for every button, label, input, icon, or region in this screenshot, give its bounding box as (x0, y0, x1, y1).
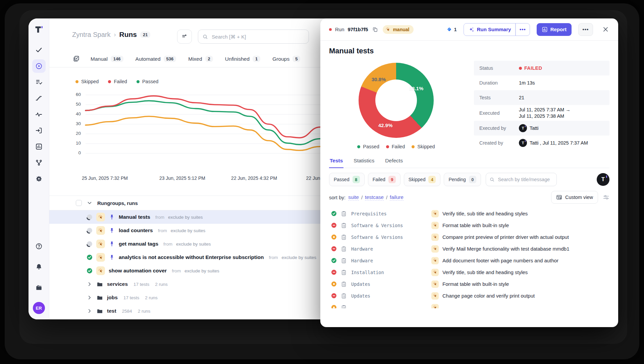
filter-chip-passed[interactable]: Passed8 (329, 173, 365, 186)
panel-search-input[interactable] (497, 176, 553, 183)
manual-test-badge (431, 245, 439, 253)
y-axis-tick: 0 (69, 150, 81, 155)
panel-tab-defects[interactable]: Defects (384, 158, 404, 168)
manual-run-badge (96, 240, 105, 248)
status-table-label: Executed (479, 110, 519, 116)
manual-run-badge (96, 226, 105, 235)
failed-status-icon (331, 269, 337, 275)
manual-test-badge (431, 280, 439, 288)
line-chart[interactable] (86, 92, 320, 159)
sidebar-item-settings-gear-icon[interactable] (32, 172, 46, 186)
tab-automated[interactable]: Automated536 (136, 56, 176, 62)
runs-count-badge: 21 (140, 32, 150, 38)
sort-link-failure[interactable]: failure (390, 194, 404, 201)
manual-test-badge (431, 233, 439, 241)
sidebar-item-pulse-activity-icon[interactable] (32, 108, 46, 121)
filter-chip-failed[interactable]: Failed9 (368, 173, 400, 186)
panel-more-button[interactable]: ••• (578, 23, 593, 36)
sidebar-item-plans-list-check-icon[interactable] (32, 75, 46, 89)
run-source-prefix: from (163, 242, 172, 247)
test-result-row[interactable] (329, 302, 609, 308)
app-logo-icon[interactable] (34, 24, 44, 35)
manual-cursor-icon (98, 268, 103, 273)
tab-manual[interactable]: Manual146 (91, 56, 123, 62)
testcase-clipboard-icon (341, 222, 347, 228)
y-axis-tick: 20 (69, 131, 81, 136)
pin-icon (109, 254, 115, 261)
test-result-row[interactable]: HardwareVerify Mail Merge functionality … (329, 243, 609, 255)
filter-chip-skipped[interactable]: Skipped4 (404, 173, 441, 186)
pin-icon (109, 214, 115, 220)
sparkles-icon (468, 27, 474, 33)
run-label: Run (335, 27, 344, 32)
run-row-title: get manual tags (119, 241, 158, 247)
test-title: Verify title, sub title and heading styl… (442, 211, 609, 216)
run-source-prefix: from (158, 228, 167, 233)
folder-icon (96, 308, 103, 315)
results-donut-chart[interactable]: 38.1%42.9%30.8% (359, 63, 434, 138)
test-result-row[interactable]: UpdatesChange page color and verify prin… (329, 290, 609, 302)
run-source-prefix: from (155, 215, 164, 220)
sidebar: ER (29, 18, 49, 319)
run-details-panel: Run 97f1b7f5 manual 1 Run Summary ••• (320, 18, 618, 327)
main-search-input[interactable] (211, 34, 305, 40)
sidebar-item-steps-stairs-icon[interactable] (32, 92, 46, 105)
test-result-row[interactable]: Software & VersionsCompare print preview… (329, 231, 609, 243)
test-result-row[interactable]: HardwareAdd document footer with page nu… (329, 255, 609, 266)
sidebar-item-results-check-icon[interactable] (32, 43, 46, 57)
sidebar-item-import-signin-icon[interactable] (32, 124, 46, 137)
run-summary-split-button[interactable]: Run Summary ••• (464, 23, 530, 36)
status-table-label: Created by (479, 140, 519, 146)
breadcrumb-project[interactable]: Zyntra Spark (72, 31, 110, 39)
filter-chip-pending[interactable]: Pending0 (444, 173, 481, 186)
tab-count-badge: 536 (164, 56, 176, 62)
sidebar-item-runs-play-icon[interactable] (32, 59, 46, 73)
sort-link-suite[interactable]: suite (348, 194, 359, 201)
in-progress-status-icon (87, 227, 93, 233)
manual-cursor-icon (433, 305, 437, 308)
close-panel-button[interactable] (600, 26, 611, 33)
custom-view-button[interactable]: Custom view (551, 191, 598, 204)
projects-folder-icon[interactable] (32, 281, 46, 295)
donut-label-skipped: 30.8% (372, 76, 386, 82)
tab-unfinished[interactable]: Unfinished1 (225, 56, 260, 62)
display-settings-icon[interactable] (603, 194, 609, 201)
panel-search[interactable] (486, 173, 557, 186)
y-axis-tick: 10 (69, 141, 81, 146)
run-summary-more-button[interactable]: ••• (516, 27, 530, 32)
report-button[interactable]: Report (537, 23, 572, 36)
breadcrumb-separator: › (114, 31, 116, 38)
test-result-row[interactable]: PrerequisitesVerify title, sub title and… (329, 208, 609, 219)
sidebar-item-branches-git-icon[interactable] (32, 156, 46, 169)
user-avatar[interactable]: ER (33, 302, 45, 314)
testcase-clipboard-icon (341, 211, 347, 217)
y-axis-tick: 50 (69, 102, 81, 107)
chevron-down-icon[interactable] (87, 200, 93, 206)
sort-link-testcase[interactable]: testcase (365, 194, 384, 201)
skipped-status-icon (331, 281, 337, 287)
chart-legend: SkippedFailedPassed (75, 79, 158, 84)
copy-run-id-button[interactable] (371, 26, 379, 33)
main-search[interactable] (198, 30, 309, 44)
test-result-row[interactable]: Software & VersionsFormat table with bui… (329, 219, 609, 231)
tab-mixed[interactable]: Mixed2 (188, 56, 213, 62)
series-skipped (86, 116, 320, 151)
test-result-row[interactable]: InstallationVerify title, sub title and … (329, 266, 609, 278)
panel-tab-statistics[interactable]: Statistics (353, 158, 375, 168)
select-all-checkbox[interactable] (76, 200, 82, 206)
testcase-clipboard-icon (341, 293, 347, 299)
help-icon[interactable] (32, 240, 46, 253)
rungroups-title: Rungroups, runs (97, 200, 138, 206)
x-axis-tick: 23 Jun, 2025 5:12 PM (159, 175, 205, 181)
run-source: exclude by suites (184, 268, 219, 273)
assignee-avatar[interactable]: T (597, 173, 609, 186)
manual-cursor-icon (98, 242, 103, 247)
filter-button[interactable] (177, 30, 192, 44)
panel-tab-tests[interactable]: Tests (329, 158, 343, 168)
sidebar-item-analytics-bar-chart-icon[interactable] (32, 140, 46, 153)
run-row-title: analytics is not accessible without Ente… (119, 254, 264, 260)
manual-test-badge (431, 210, 439, 217)
tab-groups[interactable]: Groups5 (272, 56, 300, 62)
test-result-row[interactable]: UpdatesFormat table with built-in style (329, 278, 609, 290)
notifications-bell-icon[interactable] (32, 260, 46, 274)
